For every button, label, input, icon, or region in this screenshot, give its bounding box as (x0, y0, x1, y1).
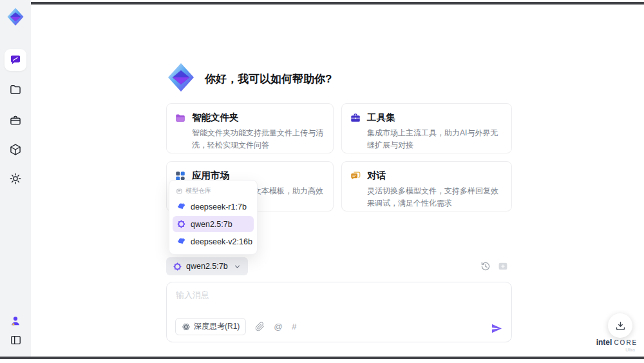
hash-icon[interactable]: # (292, 322, 297, 331)
download-button[interactable] (608, 313, 632, 338)
folder-icon (9, 83, 22, 96)
message-input[interactable] (176, 289, 501, 314)
card-smart-folder[interactable]: 智能文件夹 智能文件夹功能支持批量文件上传与清洗，轻松实现文件问答 (166, 103, 334, 153)
qwen-icon (176, 219, 186, 229)
model-selector-row: qwen2.5:7b (166, 257, 512, 275)
sidebar-item-models[interactable] (5, 139, 26, 161)
composer-toolbar: 深度思考(R1) @ # (175, 318, 297, 335)
model-option-qwen[interactable]: qwen2.5:7b (173, 216, 254, 232)
briefcase-icon (350, 112, 361, 124)
panel-icon (10, 334, 22, 346)
model-selector[interactable]: qwen2.5:7b (166, 257, 248, 275)
send-icon[interactable] (491, 322, 503, 335)
sidebar-item-collapse[interactable] (5, 329, 26, 351)
new-chat-icon[interactable] (497, 260, 509, 272)
sidebar (0, 0, 31, 357)
sidebar-item-chat[interactable] (5, 49, 26, 71)
paperclip-icon[interactable] (255, 322, 265, 331)
model-dropdown-header: 模型仓库 (169, 183, 257, 197)
briefcase-icon (9, 114, 22, 127)
atom-icon (182, 322, 191, 331)
card-toolset[interactable]: 工具集 集成市场上主流工具，助力AI与外界无缝扩展与对接 (341, 103, 512, 153)
message-composer: 深度思考(R1) @ # (166, 282, 512, 342)
deepseek-icon (176, 202, 186, 211)
page-title: 你好，我可以如何帮助你? (205, 72, 332, 86)
card-description: 灵活切换多模型文件，支持多样回复效果调试，满足个性化需求 (367, 185, 504, 209)
app-logo (6, 7, 25, 26)
sidebar-item-folders[interactable] (5, 79, 26, 101)
intel-tier-text: Ultra (592, 348, 641, 352)
card-description: 智能文件夹功能支持批量文件上传与清洗，轻松实现文件问答 (192, 127, 325, 151)
history-icon[interactable] (480, 260, 491, 272)
deep-think-toggle[interactable]: 深度思考(R1) (175, 318, 246, 335)
repository-icon (176, 188, 183, 195)
deepseek-icon (176, 237, 186, 246)
card-title: 工具集 (367, 112, 395, 124)
chat-icon (9, 54, 22, 66)
window-bottom-edge (0, 357, 644, 359)
card-title: 智能文件夹 (192, 112, 239, 124)
card-dialog[interactable]: 对话 灵活切换多模型文件，支持多样回复效果调试，满足个性化需求 (341, 161, 512, 211)
model-option-deepseek-r1[interactable]: deepseek-r1:7b (173, 199, 254, 215)
selected-model-label: qwen2.5:7b (186, 262, 228, 271)
intel-logo-text: intel (596, 338, 612, 347)
qwen-icon (173, 262, 182, 271)
intel-core-badge: intel CORE Ultra (592, 338, 641, 352)
model-dropdown: 模型仓库 deepseek-r1:7b qwen2.5:7b deepseek-… (169, 180, 258, 255)
sidebar-item-toolbox[interactable] (5, 110, 26, 132)
card-title: 对话 (367, 170, 386, 182)
gear-icon (9, 172, 22, 185)
chat-bubbles-icon (350, 170, 361, 182)
model-option-deepseek-v2[interactable]: deepseek-v2:16b (173, 233, 254, 250)
window-top-edge (31, 2, 644, 5)
at-icon[interactable]: @ (274, 322, 283, 331)
cube-icon (9, 143, 22, 156)
sidebar-item-settings[interactable] (5, 168, 26, 190)
greeting-logo (166, 62, 196, 93)
folder-icon (175, 112, 186, 124)
download-icon (614, 320, 627, 332)
card-description: 集成市场上主流工具，助力AI与外界无缝扩展与对接 (367, 127, 504, 151)
user-icon (9, 315, 22, 328)
chevron-down-icon (233, 262, 242, 271)
